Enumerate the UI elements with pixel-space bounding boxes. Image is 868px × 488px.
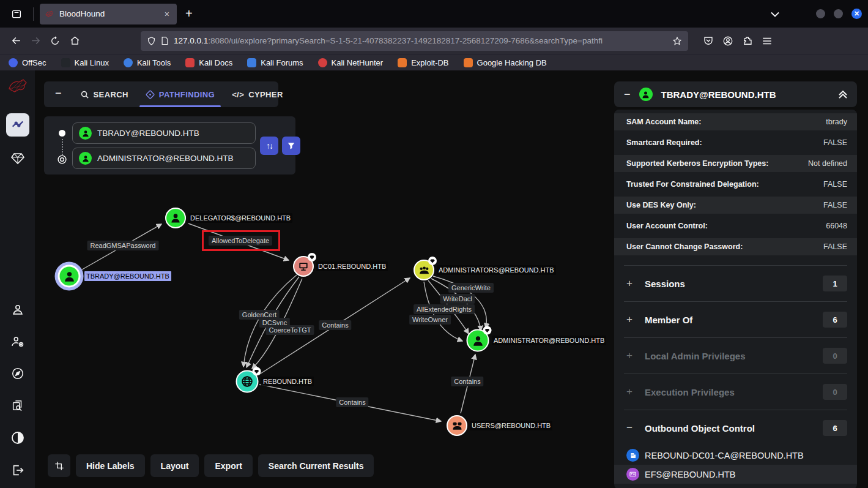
page-info-icon[interactable] — [161, 36, 169, 45]
panel-minimize-button[interactable]: − — [624, 88, 631, 101]
query-library-icon[interactable] — [11, 399, 24, 412]
back-icon[interactable] — [6, 32, 26, 50]
edge-label[interactable]: Contains — [319, 320, 351, 330]
tab-cypher[interactable]: </> CYPHER — [223, 81, 292, 107]
node-delegator[interactable] — [165, 208, 186, 228]
account-icon[interactable] — [722, 36, 733, 47]
bookmark-exploit-db[interactable]: Exploit-DB — [398, 58, 448, 67]
kali-docs-icon — [185, 58, 195, 67]
count-badge: 6 — [823, 312, 847, 328]
dark-mode-toggle-icon[interactable] — [10, 430, 25, 445]
graph-canvas[interactable]: ReadGMSAPassword AllowedToDelegate Golde… — [35, 70, 868, 488]
pathfinding-start-input[interactable]: TBRADY@REBOUND.HTB — [72, 122, 256, 144]
edge-label[interactable]: ReadGMSAPassword — [87, 241, 159, 250]
layout-button[interactable]: Layout — [150, 454, 199, 477]
bloodhound-sidebar — [0, 70, 35, 488]
hide-labels-button[interactable]: Hide Labels — [76, 454, 145, 477]
administration-icon[interactable] — [10, 335, 25, 348]
tier-zero-badge — [308, 253, 316, 261]
crop-icon — [54, 461, 64, 471]
collapse-icon[interactable]: − — [626, 422, 635, 434]
bookmark-star-icon[interactable] — [672, 36, 682, 46]
sidebar-item-explore[interactable] — [6, 113, 29, 137]
browser-tab[interactable]: BloodHound × — [40, 4, 177, 24]
edge-label[interactable]: WriteDacl — [440, 294, 475, 304]
export-button[interactable]: Export — [204, 454, 252, 477]
search-current-results-button[interactable]: Search Current Results — [258, 454, 374, 477]
node-dc01[interactable] — [293, 256, 314, 277]
profile-icon[interactable] — [11, 303, 24, 317]
bookmark-kali-tools[interactable]: Kali Tools — [124, 58, 171, 67]
window-close-button[interactable]: ✕ — [851, 9, 862, 19]
home-icon[interactable] — [65, 32, 84, 50]
pathfinding-target-input[interactable]: ADMINISTRATOR@REBOUND.HTB — [72, 148, 256, 169]
bookmark-offsec[interactable]: OffSec — [9, 58, 46, 67]
explore-tabs-panel: − SEARCH PATHFINDING </> CYPHER — [44, 81, 278, 107]
edge-label[interactable]: Contains — [336, 397, 368, 407]
edge-label[interactable]: CoerceToTGT — [265, 325, 314, 335]
edge-label-highlighted[interactable]: AllowedToDelegate — [209, 236, 272, 246]
tier-zero-badge — [483, 326, 492, 335]
node-rebound-domain[interactable] — [236, 370, 259, 393]
search-icon — [80, 90, 89, 99]
window-minimize-button[interactable] — [816, 9, 825, 18]
tab-pathfinding[interactable]: PATHFINDING — [137, 81, 223, 107]
property-row: SAM Account Name:tbrady — [614, 113, 857, 130]
bloodhound-favicon — [45, 9, 54, 19]
list-tabs-chevron-icon[interactable] — [771, 9, 779, 20]
node-users-group[interactable] — [447, 415, 467, 436]
logout-icon[interactable] — [11, 464, 24, 477]
shield-icon[interactable] — [147, 36, 156, 46]
outbound-item-ca[interactable]: REBOUND-DC01-CA@REBOUND.HTB — [614, 446, 857, 465]
pathfinding-icon — [146, 90, 155, 99]
edge-filter-button[interactable] — [282, 137, 300, 155]
pocket-icon[interactable] — [703, 36, 714, 47]
forward-icon[interactable] — [26, 32, 45, 50]
window-controls: ✕ — [771, 0, 862, 28]
new-tab-icon[interactable]: + — [185, 7, 193, 21]
window-maximize-button[interactable] — [834, 9, 843, 18]
api-explorer-icon[interactable] — [11, 367, 24, 380]
firefox-view-icon[interactable] — [7, 5, 26, 23]
bookmark-kali-forums[interactable]: Kali Forums — [247, 58, 303, 67]
expand-icon[interactable]: + — [626, 313, 635, 326]
edge-label[interactable]: AllExtendedRights — [414, 304, 475, 314]
close-tab-icon[interactable]: × — [162, 8, 172, 20]
section-sessions[interactable]: + Sessions 1 — [614, 266, 857, 301]
menu-icon[interactable] — [762, 36, 773, 46]
count-badge: 0 — [823, 348, 847, 364]
section-outbound-object-control[interactable]: − Outbound Object Control 6 — [614, 410, 857, 446]
outbound-item-cert-template[interactable]: EFS@REBOUND.HTB — [614, 465, 857, 484]
collapse-panel-icon[interactable] — [839, 91, 847, 99]
bookmark-google-hacking-db[interactable]: Google Hacking DB — [464, 58, 547, 67]
bookmark-kali-docs[interactable]: Kali Docs — [185, 58, 232, 67]
edge-label[interactable]: WriteOwner — [409, 315, 451, 325]
url-bar[interactable]: 127.0.0.1:8080/ui/explore?primarySearch=… — [141, 31, 688, 51]
reload-icon[interactable] — [45, 32, 65, 50]
node-label: ADMINISTRATORS@REBOUND.HTB — [437, 265, 556, 275]
offsec-icon — [9, 58, 18, 67]
sidebar-item-group-management[interactable] — [10, 152, 25, 165]
bookmark-kali-nethunter[interactable]: Kali NetHunter — [318, 58, 384, 67]
node-tbrady[interactable] — [58, 265, 81, 288]
section-member-of[interactable]: + Member Of 6 — [614, 302, 857, 337]
tab-search[interactable]: SEARCH — [72, 81, 137, 107]
property-row: Smartcard Required:FALSE — [614, 134, 857, 151]
node-administrator[interactable] — [467, 329, 489, 352]
swap-direction-button[interactable]: ↑↓ — [260, 137, 278, 155]
expand-icon[interactable]: + — [626, 277, 635, 290]
panel-minimize-button[interactable]: − — [44, 87, 72, 102]
enterprise-ca-icon — [626, 449, 639, 462]
edge-label[interactable]: Contains — [451, 377, 483, 386]
computer-icon — [297, 260, 310, 272]
node-label: DELEGATOR$@REBOUND.HTB — [188, 213, 292, 223]
count-badge: 6 — [823, 420, 847, 436]
cert-template-icon — [626, 468, 639, 481]
kali-forums-icon — [247, 58, 256, 67]
extensions-icon[interactable] — [742, 36, 753, 47]
fit-view-button[interactable] — [48, 454, 70, 477]
node-administrators-group[interactable] — [414, 260, 434, 280]
object-panel-body[interactable]: SAM Account Name:tbrady Smartcard Requir… — [614, 110, 857, 488]
edge-label[interactable]: GenericWrite — [448, 283, 494, 293]
bookmark-kali-linux[interactable]: Kali Linux — [61, 58, 109, 67]
